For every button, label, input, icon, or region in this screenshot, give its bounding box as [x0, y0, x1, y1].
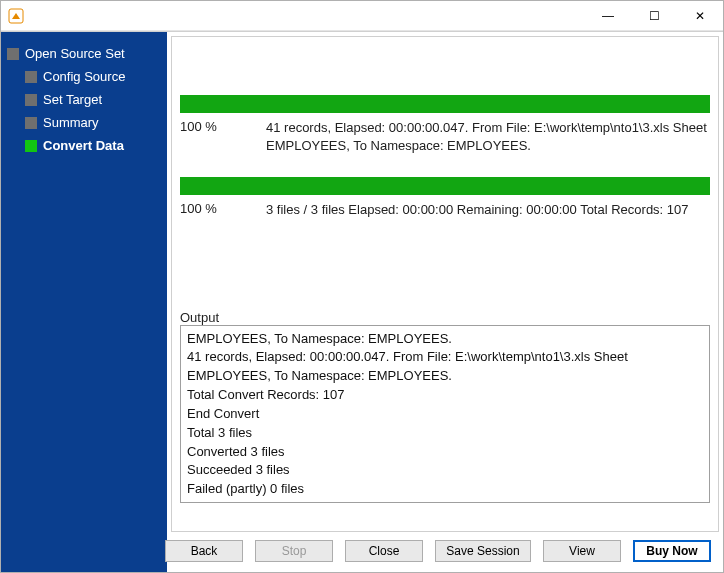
- output-textarea[interactable]: EMPLOYEES, To Namespace: EMPLOYEES. 41 r…: [180, 325, 710, 503]
- app-icon: [7, 7, 25, 25]
- tree-item-label: Config Source: [43, 69, 125, 84]
- back-button[interactable]: Back: [165, 540, 243, 562]
- output-label: Output: [180, 310, 710, 325]
- node-icon: [25, 94, 37, 106]
- window-controls: — ☐ ✕: [585, 1, 723, 30]
- total-progress-row: 100 % 3 files / 3 files Elapsed: 00:00:0…: [180, 201, 710, 219]
- save-session-button[interactable]: Save Session: [435, 540, 531, 562]
- content-area: 100 % 41 records, Elapsed: 00:00:00.047.…: [171, 36, 719, 532]
- tree-root-label: Open Source Set: [25, 46, 125, 61]
- tree-item-config-source[interactable]: Config Source: [25, 65, 161, 88]
- maximize-icon: ☐: [649, 9, 660, 23]
- tree-item-summary[interactable]: Summary: [25, 111, 161, 134]
- file-progress-percent: 100 %: [180, 119, 266, 155]
- tree-item-convert-data[interactable]: Convert Data: [25, 134, 161, 157]
- titlebar-left: [7, 7, 31, 25]
- total-progress-bar: [180, 177, 710, 195]
- main-panel: 100 % 41 records, Elapsed: 00:00:00.047.…: [167, 32, 723, 572]
- tree-item-set-target[interactable]: Set Target: [25, 88, 161, 111]
- total-progress-percent: 100 %: [180, 201, 266, 219]
- total-progress-block: 100 % 3 files / 3 files Elapsed: 00:00:0…: [180, 177, 710, 219]
- wizard-sidebar: Open Source Set Config Source Set Target…: [1, 32, 167, 572]
- file-progress-block: 100 % 41 records, Elapsed: 00:00:00.047.…: [180, 95, 710, 155]
- file-progress-details: 41 records, Elapsed: 00:00:00.047. From …: [266, 119, 710, 155]
- close-icon: ✕: [695, 9, 705, 23]
- tree-item-label: Convert Data: [43, 138, 124, 153]
- minimize-icon: —: [602, 9, 614, 23]
- minimize-button[interactable]: —: [585, 1, 631, 30]
- button-row: Back Stop Close Save Session View Buy No…: [171, 532, 719, 568]
- tree-root: Open Source Set Config Source Set Target…: [7, 42, 161, 157]
- file-progress-row: 100 % 41 records, Elapsed: 00:00:00.047.…: [180, 119, 710, 155]
- node-icon: [25, 117, 37, 129]
- node-icon: [7, 48, 19, 60]
- node-icon: [25, 140, 37, 152]
- app-window: — ☐ ✕ Open Source Set Config Source: [0, 0, 724, 573]
- buy-now-button[interactable]: Buy Now: [633, 540, 711, 562]
- total-progress-details: 3 files / 3 files Elapsed: 00:00:00 Rema…: [266, 201, 710, 219]
- titlebar: — ☐ ✕: [1, 1, 723, 31]
- close-button[interactable]: Close: [345, 540, 423, 562]
- node-icon: [25, 71, 37, 83]
- body: Open Source Set Config Source Set Target…: [1, 31, 723, 572]
- tree-root-item[interactable]: Open Source Set: [7, 42, 161, 65]
- stop-button[interactable]: Stop: [255, 540, 333, 562]
- close-window-button[interactable]: ✕: [677, 1, 723, 30]
- tree-item-label: Set Target: [43, 92, 102, 107]
- file-progress-bar: [180, 95, 710, 113]
- tree-item-label: Summary: [43, 115, 99, 130]
- view-button[interactable]: View: [543, 540, 621, 562]
- maximize-button[interactable]: ☐: [631, 1, 677, 30]
